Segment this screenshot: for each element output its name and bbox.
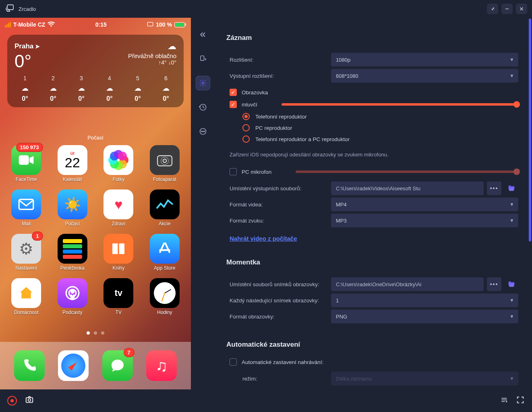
history-button[interactable] xyxy=(196,100,210,114)
autostop-checkbox[interactable] xyxy=(230,358,237,366)
pc-mic-checkbox[interactable] xyxy=(230,168,237,175)
app-domácnost[interactable]: Domácnost xyxy=(7,278,46,315)
resolution-select[interactable]: 1080p▼ xyxy=(331,53,518,67)
more-button[interactable] xyxy=(196,124,210,139)
speaker-radio-both-label: Telefonní reproduktor a PC reproduktor xyxy=(255,136,350,142)
snapshot-interval-select[interactable]: 1▼ xyxy=(331,293,518,307)
app-podcasty[interactable]: Podcasty xyxy=(54,278,92,315)
app-icon xyxy=(58,234,87,264)
output-location-more[interactable]: ••• xyxy=(487,181,501,195)
chevron-down-icon: ▼ xyxy=(509,298,514,303)
cloud-icon: ☁ xyxy=(168,41,176,52)
app-peněženka[interactable]: Peněženka xyxy=(54,234,92,271)
pin-button[interactable] xyxy=(487,4,498,14)
close-button[interactable] xyxy=(516,4,527,14)
app-label: Podcasty xyxy=(62,310,82,315)
autostop-checkbox-label: Automatické zastavení nahrávání: xyxy=(242,359,323,365)
minimize-button[interactable] xyxy=(501,4,513,14)
app-badge: 150 973 xyxy=(16,143,43,152)
svg-rect-13 xyxy=(201,56,204,61)
svg-rect-5 xyxy=(19,155,29,164)
app-fotky[interactable]: Fotky xyxy=(99,145,138,182)
speaker-radio-both[interactable] xyxy=(242,135,250,143)
svg-point-12 xyxy=(71,290,74,293)
weather-hour: 3☁0° xyxy=(71,75,92,102)
side-nav xyxy=(191,18,215,389)
app-zdraví[interactable]: ♥Zdraví xyxy=(99,189,138,227)
section-autostop-title: Automatické zastavení xyxy=(226,341,518,349)
app-akcie[interactable]: Akcie xyxy=(146,189,184,227)
app-app store[interactable]: App Store xyxy=(146,234,184,271)
signal-icon xyxy=(5,22,11,27)
output-location-browse[interactable] xyxy=(505,181,518,195)
section-record-title: Záznam xyxy=(226,34,518,42)
mic-warning: Zařízení iOS nepodporují odesílání obraz… xyxy=(226,147,518,163)
weather-hi-lo: ↑4° ↓0° xyxy=(128,59,176,66)
output-resolution-select[interactable]: 608*1080▼ xyxy=(331,69,518,83)
app-facetime[interactable]: FaceTime150 973 xyxy=(7,145,46,182)
snapshot-button[interactable] xyxy=(24,395,35,406)
snapshot-location-more[interactable]: ••• xyxy=(487,277,501,291)
video-format-select[interactable]: MP4▼ xyxy=(331,198,518,211)
app-kalendář[interactable]: út22Kalendář xyxy=(54,145,92,182)
app-mail[interactable]: Mail xyxy=(7,189,46,227)
app-label: Domácnost xyxy=(14,310,39,315)
record-button[interactable] xyxy=(7,396,17,406)
pc-mic-volume-slider[interactable] xyxy=(296,171,518,173)
app-icon: út22 xyxy=(58,145,87,175)
scrollbar[interactable] xyxy=(529,19,531,241)
fullscreen-button[interactable] xyxy=(516,395,525,406)
autostop-mode-label: režim: xyxy=(226,376,331,382)
dock-app[interactable] xyxy=(14,350,45,381)
app-hodiny[interactable]: Hodiny xyxy=(146,278,184,315)
speaker-volume-slider[interactable] xyxy=(282,103,518,106)
app-icon xyxy=(104,145,133,175)
weather-hour: 2☁0° xyxy=(43,75,64,102)
snapshot-location-input[interactable]: C:\Users\radek\OneDrive\Obrázky\Ai xyxy=(331,277,484,291)
svg-rect-9 xyxy=(19,200,33,210)
app-tv[interactable]: tvTV xyxy=(99,278,138,315)
dock-app[interactable]: ♫ xyxy=(146,350,177,381)
app-icon xyxy=(58,278,87,308)
app-icon xyxy=(150,234,180,264)
speaker-radio-pc[interactable] xyxy=(242,124,250,131)
snapshot-location-label: Umístění souborů snímků obrazovky: xyxy=(226,281,331,287)
app-label: Fotky xyxy=(113,177,124,182)
snapshot-location-browse[interactable] xyxy=(505,277,518,291)
list-button[interactable] xyxy=(500,396,509,406)
screen-checkbox[interactable]: ✓ xyxy=(230,89,237,96)
device-mirror-panel: T-Mobile CZ 0:15 100 % Praha ➤ ☁ 0° Přev… xyxy=(0,18,191,389)
weather-widget[interactable]: Praha ➤ ☁ 0° Převážně oblačno ↑4° ↓0° 1☁… xyxy=(7,35,184,107)
app-label: Hodiny xyxy=(157,310,172,315)
app-icon xyxy=(150,189,180,219)
audio-format-select[interactable]: MP3▼ xyxy=(331,214,518,227)
carrier-name: T-Mobile CZ xyxy=(13,21,45,28)
app-počasí[interactable]: ☀️Počasí xyxy=(54,189,92,227)
app-badge: 1 xyxy=(32,231,43,241)
app-icon xyxy=(104,234,133,264)
dock-app[interactable]: 7 xyxy=(102,350,133,381)
wifi-icon xyxy=(48,21,55,28)
app-icon xyxy=(11,278,41,308)
app-icon: ☀️ xyxy=(58,189,87,219)
snapshot-format-label: Formát obrazovky: xyxy=(226,314,331,320)
snapshot-format-select[interactable]: PNG▼ xyxy=(331,310,518,323)
app-fotoaparát[interactable]: Fotoaparát xyxy=(146,145,184,182)
app-nastavení[interactable]: ⚙Nastavení1 xyxy=(7,234,46,271)
chevron-down-icon: ▼ xyxy=(509,314,514,319)
upload-video-link[interactable]: Nahrát video z počítače xyxy=(230,235,297,242)
rotate-button[interactable] xyxy=(196,52,210,66)
collapse-button[interactable] xyxy=(196,27,210,42)
chevron-down-icon: ▼ xyxy=(509,376,514,381)
svg-point-19 xyxy=(204,131,205,132)
speaker-radio-phone[interactable] xyxy=(242,113,250,120)
output-location-label: Umístění výstupních souborů: xyxy=(226,185,331,191)
output-location-input[interactable]: C:\Users\radek\Videos\Aiseesoft Stu xyxy=(331,181,484,195)
screen-share-icon xyxy=(147,21,153,28)
page-indicator[interactable] xyxy=(0,331,191,335)
speaker-checkbox[interactable]: ✓ xyxy=(230,101,237,108)
dock-app[interactable] xyxy=(58,350,89,381)
settings-button[interactable] xyxy=(196,76,210,90)
app-knihy[interactable]: Knihy xyxy=(99,234,138,271)
audio-format-label: Formát zvuku: xyxy=(226,218,331,224)
